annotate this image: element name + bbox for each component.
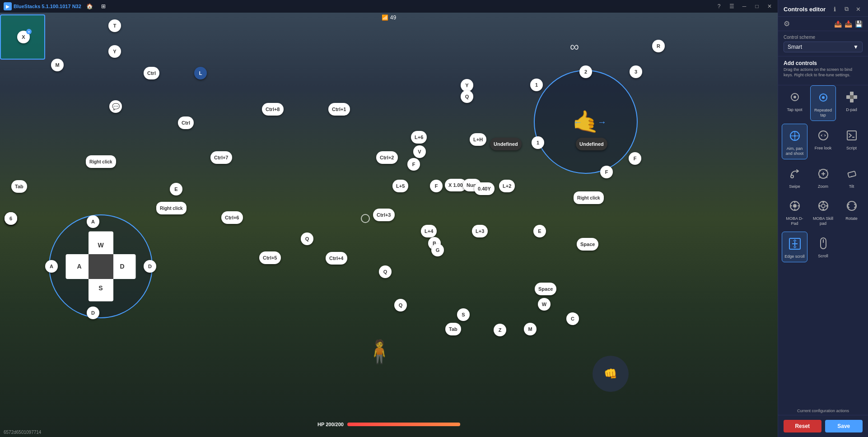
key-E-right[interactable]: E [533,225,546,237]
control-free-look[interactable]: Free look [810,124,836,159]
key-Q[interactable]: Q [461,90,473,103]
control-moba-skill[interactable]: MOBA Skill pad [810,194,836,229]
key-R[interactable]: R [652,40,665,52]
key-rightclick3[interactable]: Right click [156,202,187,214]
key-L2[interactable]: L+2 [499,180,515,192]
key-C[interactable]: C [566,312,579,325]
control-edge-scroll[interactable]: Edge scroll [782,232,807,262]
panel-close-btn[interactable]: ✕ [854,5,863,14]
control-tap-spot[interactable]: Tap spot [782,85,807,121]
key-G-low[interactable]: G [431,244,444,256]
menu-btn[interactable]: ☰ [727,2,736,11]
export-icon[interactable]: 📤 [834,20,842,28]
wifi-icon: 📶 [382,14,388,21]
multi-icon[interactable]: ⊞ [98,1,108,11]
key-F-right[interactable]: F [430,180,443,192]
key-space1[interactable]: Space [577,238,598,251]
maximize-btn[interactable]: □ [752,2,761,11]
panel-info-btn[interactable]: ℹ [830,5,839,14]
aim-circle-container[interactable]: 🤙 ← → 2 3 1 F F [534,70,638,174]
key-ctrl5[interactable]: Ctrl+5 [259,251,281,264]
control-aim-pan-shoot[interactable]: Aim, pan and shoot [782,124,807,159]
key-Q-mid[interactable]: Q [379,265,392,278]
gear-icon[interactable]: ⚙ [784,19,790,28]
scheme-select[interactable]: Smart ▼ [784,42,863,52]
key-undefined2[interactable]: Undefined [576,138,607,150]
key-ctrl4[interactable]: Ctrl+4 [326,252,347,265]
minimize-btn[interactable]: ─ [740,2,749,11]
key-ctrl7[interactable]: Ctrl+7 [210,151,232,164]
dpad-corner-d[interactable]: D [87,307,99,319]
key-M-bottom[interactable]: M [524,323,537,335]
key-ctrl2[interactable]: Ctrl+2 [376,151,398,164]
edge-scroll-label: Edge scroll [784,254,805,259]
key-Z[interactable]: Z [494,324,506,336]
key-Q-low[interactable]: Q [301,232,313,245]
help-btn[interactable]: ? [714,2,723,11]
skill-btn[interactable]: 👊 [593,356,629,392]
key-space2[interactable]: Space [535,283,556,295]
control-dpad[interactable]: D-pad [839,85,864,121]
control-zoom[interactable]: Zoom [810,162,836,192]
zoom-label: Zoom [818,184,828,189]
key-rightclick1[interactable]: Right click [86,155,116,168]
dpad-corner-a[interactable]: A [87,215,99,228]
key-F-mid[interactable]: F [407,158,420,171]
key-X[interactable]: X × [17,31,30,43]
dpad-key-d2[interactable]: D [144,260,156,273]
import-icon[interactable]: 📥 [845,20,852,28]
dpad-container[interactable]: A D A D W S A D [49,214,153,318]
key-S[interactable]: S [457,308,470,321]
key-L4[interactable]: L+4 [421,225,437,237]
panel-restore-btn[interactable]: ⧉ [842,5,851,14]
key-ctrl6[interactable]: Ctrl+6 [221,211,243,224]
key-ctrl3[interactable]: Ctrl+3 [373,209,395,221]
aim-f-blue[interactable]: F [600,166,613,178]
home-icon[interactable]: 🏠 [85,1,95,11]
key-L5[interactable]: L+5 [392,180,408,192]
key-L[interactable]: L [194,67,207,79]
key-E[interactable]: E [170,183,182,195]
control-repeated-tap[interactable]: Repeated tap [810,85,836,121]
control-script[interactable]: Script [839,124,864,159]
aim-num-1[interactable]: 1 [532,136,544,149]
dpad-key-a2[interactable]: A [45,260,58,273]
control-moba-dpad[interactable]: MOBA D-Pad [782,194,807,229]
key-ctrl1[interactable]: Ctrl+1 [328,103,350,116]
key-tab2[interactable]: Tab [445,323,461,335]
close-btn[interactable]: ✕ [765,2,774,11]
key-Q-bottom[interactable]: Q [394,299,407,311]
key-M[interactable]: M [51,59,64,71]
control-rotate[interactable]: Rotate [839,194,864,229]
key-LH1[interactable]: L+H [470,133,486,146]
key-ctrl[interactable]: Ctrl [144,67,159,79]
save-icon[interactable]: 💾 [855,20,863,28]
save-button[interactable]: Save [825,420,863,432]
key-Y-top[interactable]: Y [108,45,121,58]
key-V[interactable]: V [413,145,426,158]
aim-num-2[interactable]: 2 [579,65,592,78]
key-6[interactable]: 6 [5,212,17,225]
moba-skill-icon [814,197,832,215]
key-rightclick2[interactable]: Right click [574,191,604,204]
control-tilt[interactable]: Tilt [839,162,864,192]
key-L3[interactable]: L+3 [472,225,488,237]
key-W-right[interactable]: W [538,298,551,311]
aim-f-right[interactable]: F [629,152,641,165]
key-g04[interactable]: 0.40Y [474,182,495,195]
key-L6[interactable]: L+6 [411,131,427,144]
key-T[interactable]: T [108,19,121,32]
free-look-icon [814,126,832,144]
key-Y-mid[interactable]: Y [461,79,473,92]
free-look-label: Free look [815,146,832,151]
key-tab1[interactable]: Tab [11,180,27,193]
key-undefined1[interactable]: Undefined [490,138,522,150]
key-ctrl8[interactable]: Ctrl+8 [262,103,284,116]
key-ctrl-mid[interactable]: Ctrl [178,116,194,129]
reset-button[interactable]: Reset [784,420,821,432]
key-chat[interactable]: 💬 [109,100,122,113]
aim-num-3[interactable]: 3 [630,65,642,78]
control-scroll[interactable]: Scroll [810,232,836,262]
aim-1[interactable]: 1 [530,79,543,91]
control-swipe[interactable]: Swipe [782,162,807,192]
